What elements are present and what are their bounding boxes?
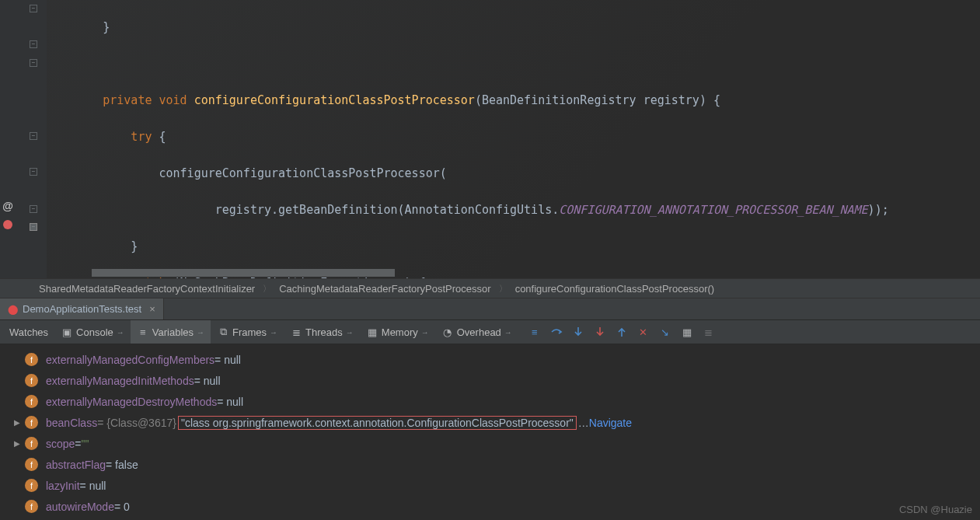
fold-marker-icon[interactable]: − bbox=[30, 40, 37, 48]
tab-watches[interactable]: Watches bbox=[3, 320, 54, 344]
step-into-icon[interactable] bbox=[571, 325, 585, 339]
tab-label: Console bbox=[76, 326, 113, 338]
pin-icon: → bbox=[346, 328, 354, 337]
code-text: } bbox=[47, 239, 138, 253]
tab-label: Memory bbox=[382, 326, 418, 338]
field-icon: f bbox=[25, 458, 38, 471]
run-config-tabbar: ⬤ DemoApplicationTests.test × bbox=[0, 298, 980, 320]
annotation-icon[interactable]: @ bbox=[0, 201, 16, 211]
fold-marker-icon[interactable]: − bbox=[30, 168, 37, 176]
var-name: abstractFlag bbox=[46, 459, 106, 471]
tab-frames[interactable]: ⧉Frames→ bbox=[211, 320, 284, 344]
gutter: − − − − − @ − − bbox=[0, 0, 47, 278]
var-name: externallyManagedInitMethods bbox=[46, 375, 194, 387]
var-string: "class org.springframework.context.annot… bbox=[181, 417, 574, 429]
debug-toolbar: Watches ▣Console→ ≡Variables→ ⧉Frames→ ≣… bbox=[0, 320, 980, 344]
variable-row[interactable]: fabstractFlag = false bbox=[3, 454, 980, 475]
step-over-icon[interactable] bbox=[549, 325, 563, 339]
breadcrumb-item[interactable]: configureConfigurationClassPostProcessor… bbox=[515, 283, 715, 295]
breadcrumb[interactable]: SharedMetadataReaderFactoryContextInitia… bbox=[0, 278, 980, 298]
var-name: autowireMode bbox=[46, 501, 114, 513]
tab-console[interactable]: ▣Console→ bbox=[54, 320, 131, 344]
pin-icon: → bbox=[197, 328, 204, 337]
variable-row[interactable]: flazyInit = null bbox=[3, 475, 980, 496]
var-name: scope bbox=[46, 438, 75, 450]
expand-icon[interactable]: ▶ bbox=[14, 418, 25, 427]
variable-row[interactable]: ▶fbeanClass = {Class@3617} "class org.sp… bbox=[3, 412, 980, 433]
run-tab[interactable]: ⬤ DemoApplicationTests.test × bbox=[0, 298, 164, 319]
var-value: = 0 bbox=[114, 501, 130, 513]
step-out-icon[interactable] bbox=[615, 325, 629, 339]
horizontal-scrollbar[interactable] bbox=[92, 269, 395, 277]
code-editor[interactable]: − − − − − @ − − } private void configure… bbox=[0, 0, 980, 278]
tab-label: Frames bbox=[232, 326, 267, 338]
breakpoint-icon[interactable] bbox=[0, 219, 16, 230]
code-text: private bbox=[47, 93, 159, 107]
var-name: externallyManagedConfigMembers bbox=[46, 354, 214, 366]
var-value: = false bbox=[106, 459, 138, 471]
var-name: beanClass bbox=[46, 417, 97, 429]
debug-icon: ⬤ bbox=[8, 304, 18, 315]
variable-row[interactable]: ▶fscope = "" bbox=[3, 433, 980, 454]
var-name: externallyManagedDestroyMethods bbox=[46, 396, 217, 408]
field-icon: f bbox=[25, 374, 38, 387]
show-execution-icon[interactable]: ≡ bbox=[528, 325, 542, 339]
console-icon: ▣ bbox=[61, 326, 73, 338]
tab-memory[interactable]: ▦Memory→ bbox=[360, 320, 435, 344]
tab-label: Overhead bbox=[457, 326, 501, 338]
variable-row[interactable]: fexternallyManagedDestroyMethods = null bbox=[3, 391, 980, 412]
field-icon: f bbox=[25, 437, 38, 450]
code-text: { bbox=[159, 130, 166, 144]
breadcrumb-item[interactable]: SharedMetadataReaderFactoryContextInitia… bbox=[39, 283, 255, 295]
expand-icon[interactable]: ▶ bbox=[14, 439, 25, 448]
var-name: lazyInit bbox=[46, 480, 80, 492]
variable-row[interactable]: fautowireMode = 0 bbox=[3, 496, 980, 517]
force-step-into-icon[interactable] bbox=[593, 325, 607, 339]
field-icon: f bbox=[25, 416, 38, 429]
tab-label: Threads bbox=[305, 326, 343, 338]
code-text: registry.getBeanDefinition(AnnotationCon… bbox=[47, 203, 559, 217]
navigate-link[interactable]: Navigate bbox=[589, 417, 632, 429]
trace-icon[interactable]: ≣ bbox=[702, 325, 716, 339]
code-area[interactable]: } private void configureConfigurationCla… bbox=[47, 0, 980, 278]
code-text: void bbox=[159, 93, 194, 107]
var-type: = {Class@3617} bbox=[97, 417, 176, 429]
field-icon: f bbox=[25, 353, 38, 366]
chevron-right-icon: 〉 bbox=[263, 283, 271, 295]
var-value: = null bbox=[217, 396, 243, 408]
code-text: configureConfigurationClassPostProcessor… bbox=[47, 166, 447, 180]
fold-marker-icon[interactable]: − bbox=[30, 5, 37, 12]
fold-marker-icon[interactable]: − bbox=[30, 205, 37, 213]
code-text: try bbox=[47, 130, 159, 144]
pin-icon: → bbox=[117, 328, 124, 337]
code-text: )); bbox=[868, 203, 889, 217]
tab-variables[interactable]: ≡Variables→ bbox=[131, 320, 211, 344]
run-tab-label: DemoApplicationTests.test bbox=[23, 303, 141, 315]
run-to-cursor-icon[interactable]: ↘ bbox=[658, 325, 672, 339]
breadcrumb-item[interactable]: CachingMetadataReaderFactoryPostProcesso… bbox=[279, 283, 490, 295]
fold-marker-icon[interactable]: − bbox=[30, 59, 37, 67]
pin-icon: → bbox=[270, 328, 277, 337]
tab-threads[interactable]: ≣Threads→ bbox=[284, 320, 360, 344]
close-icon[interactable]: × bbox=[149, 303, 155, 315]
memory-icon: ▦ bbox=[366, 326, 378, 338]
chevron-right-icon: 〉 bbox=[499, 283, 507, 295]
var-value: = null bbox=[214, 354, 241, 366]
var-string: "" bbox=[82, 438, 89, 450]
code-text: (BeanDefinitionRegistry registry) { bbox=[475, 93, 720, 107]
field-icon: f bbox=[25, 395, 38, 408]
code-text: CONFIGURATION_ANNOTATION_PROCESSOR_BEAN_… bbox=[559, 203, 867, 217]
threads-icon: ≣ bbox=[290, 326, 302, 338]
fold-marker-icon[interactable]: − bbox=[30, 132, 37, 140]
var-value: = null bbox=[80, 480, 106, 492]
pin-icon: → bbox=[421, 328, 429, 337]
variable-row[interactable]: fexternallyManagedInitMethods = null bbox=[3, 370, 980, 391]
tab-overhead[interactable]: ◔Overhead→ bbox=[435, 320, 518, 344]
variable-row[interactable]: fexternallyManagedConfigMembers = null bbox=[3, 349, 980, 370]
variables-panel[interactable]: fexternallyManagedConfigMembers = null f… bbox=[0, 344, 980, 517]
drop-frame-icon[interactable]: ✕ bbox=[636, 325, 650, 339]
field-icon: f bbox=[25, 500, 38, 513]
evaluate-icon[interactable]: ▦ bbox=[680, 325, 694, 339]
fold-marker-icon[interactable]: − bbox=[30, 223, 37, 231]
var-value: = null bbox=[194, 375, 221, 387]
